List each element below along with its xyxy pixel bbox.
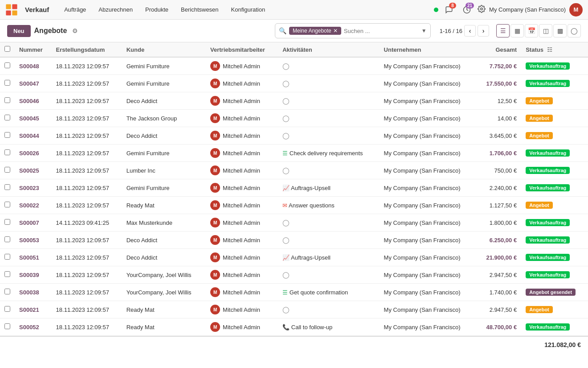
filter-tag-meine-angebote[interactable]: Meine Angebote ✕ — [289, 27, 341, 35]
activity-clock-icon[interactable]: ◯ — [282, 132, 290, 139]
nav-berichtswesen[interactable]: Berichtswesen — [175, 0, 225, 20]
row-checkbox[interactable] — [4, 323, 10, 329]
row-checkbox[interactable] — [4, 254, 10, 260]
view-calendar-button[interactable]: 📅 — [525, 24, 538, 37]
activity-clock-icon[interactable]: ◯ — [282, 62, 290, 70]
customer-name[interactable]: Max Musterkunde — [122, 214, 206, 232]
order-number[interactable]: S00021 — [19, 306, 39, 313]
filter-icon[interactable]: ☷ — [547, 46, 552, 53]
view-clock-button[interactable]: ◯ — [568, 24, 581, 37]
row-checkbox[interactable] — [4, 167, 10, 173]
messages-badge[interactable]: 8 — [442, 3, 456, 17]
view-list-button[interactable]: ☰ — [496, 24, 510, 37]
select-all-checkbox[interactable] — [4, 46, 10, 52]
order-number[interactable]: S00039 — [19, 272, 39, 278]
order-number[interactable]: S00053 — [19, 237, 39, 244]
customer-name[interactable]: Deco Addict — [122, 232, 206, 249]
view-grid-button[interactable]: ◫ — [539, 24, 552, 37]
page-settings-icon[interactable]: ⚙ — [72, 27, 78, 34]
order-number[interactable]: S00048 — [19, 63, 39, 70]
activity-clock-icon[interactable]: ◯ — [282, 271, 290, 278]
order-date: 18.11.2023 12:09:57 — [52, 232, 122, 249]
row-checkbox[interactable] — [4, 132, 10, 138]
row-checkbox[interactable] — [4, 271, 10, 277]
activity-clock-icon[interactable]: ◯ — [282, 115, 290, 122]
row-checkbox[interactable] — [4, 306, 10, 312]
row-checkbox[interactable] — [4, 219, 10, 225]
activity-clock-icon[interactable]: ◯ — [282, 219, 290, 226]
customer-name[interactable]: Deco Addict — [122, 92, 206, 110]
app-logo[interactable] — [5, 4, 18, 16]
salesperson-name: Mitchell Admin — [223, 219, 260, 226]
nav-abzurechnen[interactable]: Abzurechnen — [92, 0, 139, 20]
settings-icon[interactable] — [478, 5, 486, 14]
row-checkbox[interactable] — [4, 289, 10, 294]
order-number[interactable]: S00007 — [19, 219, 39, 226]
order-number[interactable]: S00025 — [19, 167, 39, 174]
customer-name[interactable]: Gemini Furniture — [122, 179, 206, 197]
filter-tag-close[interactable]: ✕ — [333, 28, 338, 34]
activity-clock-icon[interactable]: ◯ — [282, 306, 290, 313]
nav-auftraege[interactable]: Aufträge — [58, 0, 92, 20]
nav-konfiguration[interactable]: Konfiguration — [225, 0, 272, 20]
table-row: S0002218.11.2023 12:09:57Ready MatMMitch… — [0, 197, 588, 214]
customer-name[interactable]: Deco Addict — [122, 127, 206, 145]
order-number[interactable]: S00046 — [19, 98, 39, 104]
row-checkbox[interactable] — [4, 202, 10, 207]
order-number[interactable]: S00051 — [19, 254, 39, 261]
activity-clock-icon[interactable]: ◯ — [282, 167, 290, 174]
customer-name[interactable]: Gemini Furniture — [122, 57, 206, 75]
order-date: 18.11.2023 12:09:57 — [52, 162, 122, 179]
activity-clock-icon[interactable]: ◯ — [282, 236, 290, 244]
search-input[interactable] — [344, 28, 419, 34]
order-number[interactable]: S00045 — [19, 115, 39, 122]
amount-cell[interactable]: 7.752,00 € — [477, 57, 522, 75]
row-checkbox[interactable] — [4, 236, 10, 242]
order-number[interactable]: S00047 — [19, 80, 39, 87]
amount-cell: 2.947,50 € — [477, 266, 522, 284]
order-number[interactable]: S00052 — [19, 324, 39, 331]
customer-name[interactable]: YourCompany, Joel Willis — [122, 266, 206, 284]
order-number[interactable]: S00023 — [19, 185, 39, 191]
customer-name[interactable]: Deco Addict — [122, 249, 206, 266]
row-checkbox[interactable] — [4, 62, 10, 68]
customer-name[interactable]: The Jackson Group — [122, 110, 206, 127]
row-checkbox[interactable] — [4, 115, 10, 120]
amount-cell[interactable]: 6.250,00 € — [477, 232, 522, 249]
new-button[interactable]: Neu — [7, 25, 31, 37]
nav-produkte[interactable]: Produkte — [139, 0, 175, 20]
customer-name[interactable]: Gemini Furniture — [122, 75, 206, 92]
row-checkbox[interactable] — [4, 97, 10, 103]
amount-cell[interactable]: 17.550,00 € — [477, 75, 522, 92]
pagination-next[interactable]: › — [478, 25, 489, 37]
row-checkbox[interactable] — [4, 184, 10, 190]
view-kanban-button[interactable]: ▦ — [510, 24, 524, 37]
pagination-prev[interactable]: ‹ — [464, 25, 476, 37]
customer-name[interactable]: Ready Mat — [122, 197, 206, 214]
company-cell: My Company (San Francisco) — [380, 110, 477, 127]
order-number[interactable]: S00044 — [19, 132, 39, 139]
orders-table: Nummer Erstellungsdatum Kunde Vertriebsm… — [0, 42, 588, 336]
company-name[interactable]: My Company (San Francisco) — [489, 6, 566, 13]
row-checkbox[interactable] — [4, 80, 10, 86]
activity-clock-icon[interactable]: ◯ — [282, 97, 290, 104]
customer-name[interactable]: Gemini Furniture — [122, 145, 206, 162]
amount-cell[interactable]: 21.900,00 € — [477, 249, 522, 266]
row-checkbox[interactable] — [4, 149, 10, 155]
amount-cell[interactable]: 1.706,00 € — [477, 145, 522, 162]
order-number[interactable]: S00026 — [19, 150, 39, 157]
customer-name[interactable]: Ready Mat — [122, 301, 206, 318]
order-number[interactable]: S00022 — [19, 202, 39, 209]
customer-name[interactable]: Lumber Inc — [122, 162, 206, 179]
customer-name[interactable]: YourCompany, Joel Willis — [122, 284, 206, 301]
customer-name[interactable]: Ready Mat — [122, 318, 206, 336]
amount-cell[interactable]: 48.700,00 € — [477, 318, 522, 336]
order-number[interactable]: S00038 — [19, 289, 39, 296]
app-name[interactable]: Verkauf — [25, 6, 49, 13]
activity-badge[interactable]: 21 — [460, 3, 474, 17]
activity-clock-icon[interactable]: ◯ — [282, 80, 290, 87]
user-avatar[interactable]: M — [569, 3, 583, 17]
status-badge: Verkaufsauftrag — [526, 323, 570, 331]
search-dropdown-icon[interactable]: ▼ — [421, 28, 427, 34]
view-chart-button[interactable]: ▩ — [553, 24, 567, 37]
